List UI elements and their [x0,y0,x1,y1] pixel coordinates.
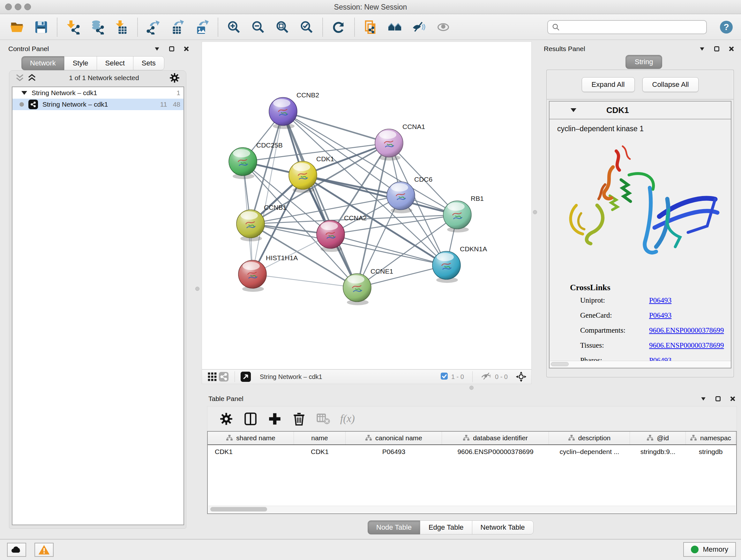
panel-menu-icon[interactable] [154,46,160,52]
expand-all-button[interactable]: Expand All [582,77,635,92]
function-builder-button[interactable]: f(x) [340,413,355,425]
cloud-status-button[interactable] [7,543,26,557]
apply-layout-button[interactable] [331,19,347,35]
export-table-button[interactable] [170,19,186,35]
hide-graphics-details-button[interactable] [411,19,427,35]
control-panel: Control Panel Network Style Select Sets … [4,42,191,538]
panel-float-icon[interactable] [715,395,721,402]
right-splitter-handle[interactable] [533,210,537,214]
panel-menu-icon[interactable] [699,46,705,52]
network-graph[interactable]: CCNB2CCNA1CDC25BCDK1CDC6RB1CCNB1CCNA2CDK… [202,42,531,369]
column-header-canonical-name[interactable]: canonical name [346,432,442,444]
tab-node-table[interactable]: Node Table [367,520,420,535]
network-node-HIST1H1A[interactable]: HIST1H1A [239,254,298,292]
open-file-button[interactable] [9,19,25,35]
network-type-icon [28,100,38,109]
results-panel-title: Results Panel [544,45,585,53]
export-network-button[interactable] [145,19,161,35]
tab-string[interactable]: String [625,55,662,69]
import-table-button[interactable] [114,19,130,35]
result-card-header[interactable]: CDK1 [549,102,731,119]
zoom-out-button[interactable] [250,19,266,35]
import-network-file-button[interactable] [65,19,81,35]
left-splitter-handle[interactable] [195,287,199,291]
table-horizontal-scrollbar[interactable] [208,506,736,513]
tab-style[interactable]: Style [64,56,97,70]
panel-close-icon[interactable] [728,46,735,52]
export-image-icon [195,20,209,35]
clone-network-button[interactable] [362,19,379,35]
horizontal-splitter-handle[interactable] [469,386,474,390]
node-label: CDC25B [256,141,283,149]
application-window: Session: New Session [0,0,741,560]
crosslink-link[interactable]: 9606.ENSP00000378699 [649,341,724,350]
birds-eye-view-button[interactable] [240,371,252,382]
panel-float-icon[interactable] [169,46,175,52]
collapse-caret-icon[interactable] [570,108,576,112]
import-table-icon [114,20,129,35]
warnings-button[interactable] [35,543,54,557]
panel-close-icon[interactable] [730,395,736,402]
selected-checkbox-icon[interactable] [441,372,448,381]
show-graphics-details-button[interactable] [435,19,451,35]
grid-view-icon[interactable] [206,371,218,382]
column-header-shared-name[interactable]: shared name [208,432,294,444]
collapse-all-button[interactable]: Collapse All [643,77,699,92]
column-header-description[interactable]: description [549,432,630,444]
crosslink-link[interactable]: 9606.ENSP00000378699 [649,326,724,334]
network-canvas[interactable]: CCNB2CCNA1CDC25BCDK1CDC6RB1CCNB1CCNA2CDK… [202,42,532,369]
table-options-gear-icon[interactable] [219,412,233,426]
help-button[interactable]: ? [720,21,733,34]
hidden-eye-slash-icon[interactable] [481,372,492,382]
collapse-all-icon[interactable] [15,74,24,82]
zoom-fit-icon [275,20,290,35]
table-row[interactable]: CDK1CDK1P064939606.ENSP00000378699cyclin… [208,445,736,458]
memory-status-dot-icon [691,546,698,553]
add-column-icon[interactable] [267,412,282,426]
panel-menu-icon[interactable] [700,395,706,402]
crosslink-link[interactable]: P06493 [649,311,671,320]
panel-float-icon[interactable] [714,46,720,52]
tab-edge-table[interactable]: Edge Table [420,520,472,535]
toolbar-separator [354,18,355,37]
tree-caret-icon[interactable] [21,91,27,95]
zoom-fit-button[interactable] [274,19,290,35]
save-session-button[interactable] [33,19,49,35]
zoom-selected-button[interactable] [299,19,315,35]
delete-table-icon[interactable] [316,412,331,426]
network-view-share-icon[interactable] [218,371,229,382]
delete-column-icon[interactable] [292,412,307,426]
zoom-in-button[interactable] [226,19,242,35]
network-node-CCNB2[interactable]: CCNB2 [269,91,319,129]
export-image-button[interactable] [194,19,210,35]
network-node-CDK1[interactable]: CDK1 [289,155,334,193]
column-header-name[interactable]: name [294,432,346,444]
column-header-namespac[interactable]: namespac [686,432,736,444]
expand-all-icon[interactable] [27,74,37,82]
show-all-networks-button[interactable] [387,19,403,35]
import-network-database-button[interactable] [89,19,105,35]
network-tree: String Network – cdk1 1 String Network –… [12,86,184,525]
column-header-@id[interactable]: @id [630,432,686,444]
network-collection-row[interactable]: String Network – cdk1 1 [12,87,184,99]
memory-button[interactable]: Memory [683,542,736,557]
network-row[interactable]: String Network – cdk1 11 48 [12,99,184,110]
toolbar-separator [234,371,235,382]
crosslink-label: GeneCard: [580,311,649,320]
tab-select[interactable]: Select [97,56,133,70]
table-cell: stringdb [686,445,736,458]
results-horizontal-scrollbar[interactable] [550,361,731,367]
network-node-CDKN1A[interactable]: CDKN1A [432,245,487,283]
panel-close-icon[interactable] [183,46,190,52]
network-node-RB1[interactable]: RB1 [443,195,484,233]
pan-crosshair-icon[interactable] [515,371,527,382]
tab-network[interactable]: Network [21,56,64,70]
tab-network-table[interactable]: Network Table [472,520,534,535]
network-node-CDC25B[interactable]: CDC25B [229,141,283,179]
network-options-gear-icon[interactable] [169,72,180,84]
search-input[interactable] [560,21,706,33]
column-header-database-identifier[interactable]: database identifier [442,432,549,444]
tab-sets[interactable]: Sets [133,56,164,70]
show-columns-icon[interactable] [243,412,258,426]
crosslink-link[interactable]: P06493 [649,296,671,305]
